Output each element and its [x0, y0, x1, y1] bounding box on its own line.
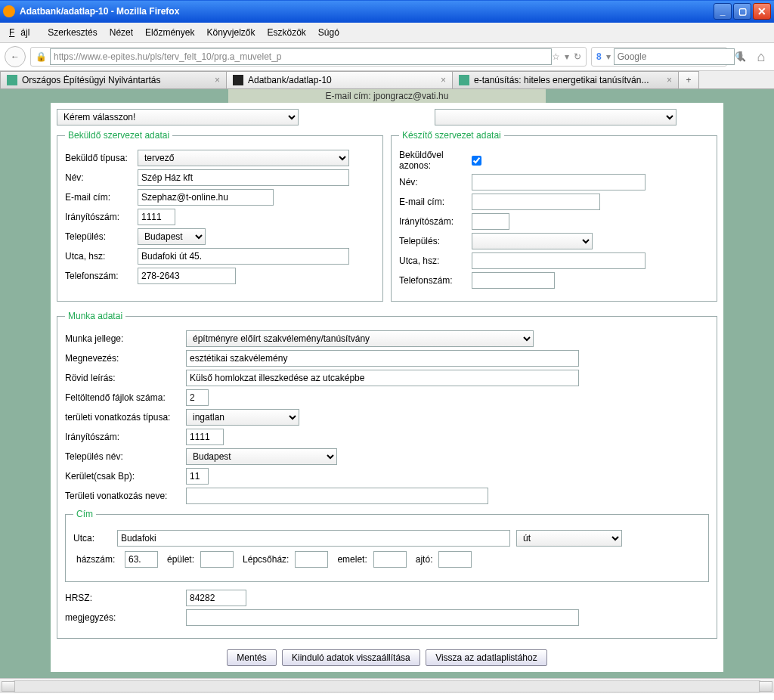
form-content: Kérem válasszon! Beküldő szervezet adata…: [51, 103, 723, 672]
input-lepcsohaz[interactable]: [295, 551, 328, 568]
select-telepules-nev[interactable]: Budapest: [186, 448, 337, 465]
label-epulet: épület:: [167, 554, 194, 565]
tab-icon-2: [233, 75, 243, 85]
input-hazszam[interactable]: [125, 551, 158, 568]
cim-legend: Cím: [73, 509, 96, 519]
select-munka-jellege[interactable]: építményre előírt szakvélemény/tanúsítvá…: [186, 330, 534, 347]
status-bar: [0, 678, 774, 693]
input-megnevezes[interactable]: [186, 350, 579, 367]
menu-file[interactable]: Fájl: [3, 24, 42, 41]
select-telepules[interactable]: Budapest: [138, 228, 206, 245]
input-k-utca[interactable]: [472, 252, 646, 269]
input-rovid-leiras[interactable]: [186, 370, 579, 386]
input-k-irsz[interactable]: [472, 213, 509, 230]
label-k-telefon: Telefonszám:: [399, 275, 472, 286]
input-teruleti-nev[interactable]: [186, 488, 488, 504]
home-icon[interactable]: ⌂: [753, 48, 769, 65]
input-megjegyzes[interactable]: [186, 609, 579, 626]
select-bekuldo-tipus[interactable]: tervező: [138, 150, 349, 166]
select-utca-type[interactable]: út: [516, 530, 622, 547]
tab-2[interactable]: Adatbank/adatlap-10 ×: [226, 71, 453, 88]
window-controls: _ ▢ ✕: [714, 3, 771, 20]
menu-edit[interactable]: Szerkesztés: [42, 24, 103, 41]
label-feltoltendo: Feltöltendő fájlok száma:: [65, 392, 186, 403]
menu-help[interactable]: Súgó: [312, 24, 345, 41]
menu-history[interactable]: Előzmények: [139, 24, 200, 41]
input-utca-street[interactable]: [117, 530, 510, 547]
reset-button[interactable]: Kiinduló adatok visszaállítása: [282, 649, 420, 666]
back-button[interactable]: ←: [5, 46, 26, 67]
tab-title-2: Adatbank/adatlap-10: [248, 75, 436, 85]
label-hrsz: HRSZ:: [65, 593, 186, 603]
menu-view[interactable]: Nézet: [104, 24, 139, 41]
input-k-telefon[interactable]: [472, 272, 555, 289]
tab-close-2[interactable]: ×: [441, 75, 446, 85]
label-k-telepules: Település:: [399, 236, 472, 246]
save-button[interactable]: Mentés: [227, 649, 276, 666]
search-dropdown-icon[interactable]: ▾: [606, 51, 611, 62]
label-rovid-leiras: Rövid leírás:: [65, 373, 186, 383]
button-row: Mentés Kiinduló adatok visszaállítása Vi…: [57, 649, 717, 666]
top-select-left[interactable]: Kérem válasszon!: [57, 109, 299, 125]
tab-3[interactable]: e-tanúsítás: hiteles energetikai tanúsít…: [452, 71, 679, 88]
top-select-right[interactable]: [435, 109, 676, 125]
dropdown-icon[interactable]: ▾: [565, 51, 569, 62]
input-k-email[interactable]: [472, 194, 600, 210]
label-utca: Utca:: [73, 533, 111, 544]
download-icon[interactable]: ⬇: [732, 48, 748, 65]
search-input[interactable]: [614, 48, 735, 65]
tab-title-1: Országos Építésügyi Nyilvántartás: [22, 75, 210, 85]
window-titlebar: Adatbank/adatlap-10 - Mozilla Firefox _ …: [0, 0, 774, 23]
menu-tools[interactable]: Eszközök: [261, 24, 311, 41]
menu-bookmarks[interactable]: Könyvjelzők: [200, 24, 261, 41]
input-k-nev[interactable]: [472, 174, 646, 190]
nav-bar: ← 🔒 ☆ ▾ ↻ 8 ▾ 🔍 ⬇ ⌂: [0, 43, 774, 71]
label-telefon: Telefonszám:: [65, 271, 138, 281]
label-k-irsz: Irányítószám:: [399, 216, 472, 227]
new-tab-button[interactable]: +: [678, 71, 699, 88]
search-bar[interactable]: 8 ▾ 🔍: [591, 47, 727, 67]
tab-close-1[interactable]: ×: [215, 75, 220, 85]
maximize-button[interactable]: ▢: [733, 3, 751, 20]
input-kerulet[interactable]: [186, 468, 209, 485]
input-munka-irsz[interactable]: [186, 429, 224, 445]
url-input[interactable]: [50, 48, 552, 65]
firefox-icon: [3, 5, 15, 17]
input-epulet[interactable]: [200, 551, 234, 568]
back-list-button[interactable]: Vissza az adatlaplistához: [426, 649, 547, 666]
label-megjegyzes: megjegyzés:: [65, 612, 186, 623]
label-irsz: Irányítószám:: [65, 212, 138, 222]
minimize-button[interactable]: _: [714, 3, 732, 20]
label-hazszam: házszám:: [76, 554, 119, 565]
reload-icon[interactable]: ↻: [574, 51, 581, 62]
label-bekuldo-tipus: Beküldő típusa:: [65, 153, 138, 163]
label-kerulet: Kerület(csak Bp):: [65, 471, 186, 482]
input-ajto[interactable]: [438, 551, 472, 568]
cim-fieldset: Cím Utca: út házszám: épület: Lépcsőház:…: [65, 509, 709, 582]
label-nev: Név:: [65, 172, 138, 183]
close-button[interactable]: ✕: [753, 3, 771, 20]
horizontal-scrollbar[interactable]: [14, 680, 760, 692]
bekuldo-legend: Beküldő szervezet adatai: [65, 130, 172, 141]
tab-title-3: e-tanúsítás: hiteles energetikai tanúsít…: [474, 75, 662, 85]
label-munka-irsz: Irányítószám:: [65, 432, 186, 442]
input-feltoltendo[interactable]: [186, 389, 209, 406]
input-nev[interactable]: [138, 169, 349, 186]
select-teruleti-tipus[interactable]: ingatlan: [186, 409, 299, 426]
input-telefon[interactable]: [138, 268, 236, 284]
input-irsz[interactable]: [138, 209, 175, 225]
input-emelet[interactable]: [373, 551, 407, 568]
checkbox-bekuldovel[interactable]: [472, 156, 481, 166]
label-emelet: emelet:: [337, 554, 367, 565]
tab-icon-1: [7, 75, 17, 85]
tab-close-3[interactable]: ×: [667, 75, 672, 85]
keszito-legend: Készítő szervezet adatai: [399, 130, 504, 141]
label-teruleti-tipus: területi vonatkozás típusa:: [65, 412, 186, 423]
input-email[interactable]: [138, 189, 274, 206]
tab-1[interactable]: Országos Építésügyi Nyilvántartás ×: [0, 71, 227, 88]
input-utca-hsz[interactable]: [138, 248, 349, 265]
url-bar[interactable]: 🔒 ☆ ▾ ↻: [30, 47, 587, 67]
input-hrsz[interactable]: [186, 590, 246, 606]
star-icon[interactable]: ☆: [552, 51, 560, 62]
select-k-telepules[interactable]: [472, 233, 593, 249]
